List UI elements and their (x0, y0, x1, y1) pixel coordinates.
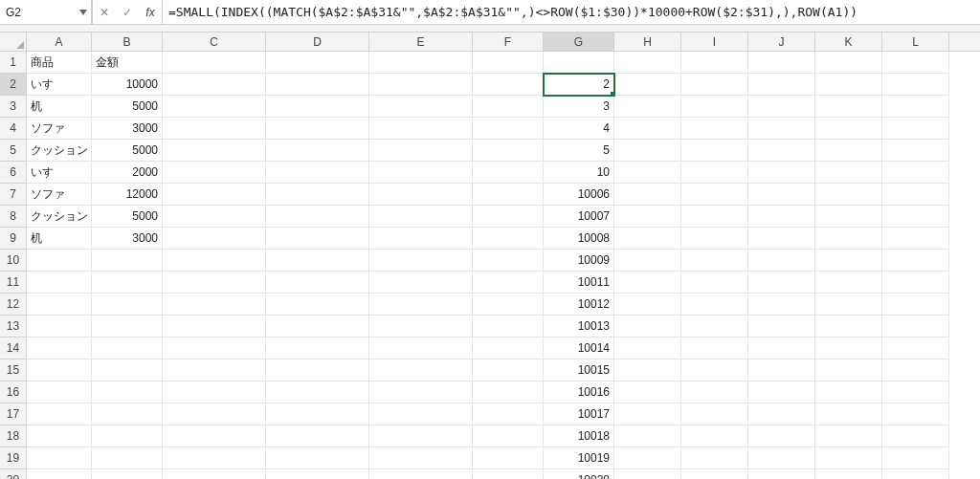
cell-J20[interactable] (748, 469, 815, 479)
cell-L9[interactable] (882, 228, 949, 250)
cell-F19[interactable] (473, 447, 544, 469)
cell-B15[interactable] (92, 359, 163, 381)
cell-B4[interactable]: 3000 (92, 118, 163, 140)
cell-L10[interactable] (882, 250, 949, 272)
cell-E12[interactable] (369, 294, 473, 316)
cell-H5[interactable] (614, 140, 681, 162)
cell-H9[interactable] (614, 228, 681, 250)
cell-B10[interactable] (92, 250, 163, 272)
row-header[interactable]: 11 (0, 272, 27, 294)
cell-L20[interactable] (882, 469, 949, 479)
cell-A15[interactable] (27, 359, 92, 381)
cell-I13[interactable] (681, 316, 748, 337)
row-header[interactable]: 15 (0, 359, 27, 381)
cell-J4[interactable] (748, 118, 815, 140)
col-header-E[interactable]: E (369, 33, 473, 51)
cell-L7[interactable] (882, 184, 949, 206)
cell-A17[interactable] (27, 403, 92, 425)
cell-G18[interactable]: 10018 (544, 425, 614, 447)
cell-C12[interactable] (163, 294, 266, 316)
cell-G5[interactable]: 5 (544, 140, 614, 162)
cell-A3[interactable]: 机 (27, 96, 92, 118)
cell-C3[interactable] (163, 96, 266, 118)
cell-G17[interactable]: 10017 (544, 403, 614, 425)
col-header-K[interactable]: K (815, 33, 882, 51)
cell-I1[interactable] (681, 52, 748, 74)
cell-I6[interactable] (681, 162, 748, 184)
cell-G9[interactable]: 10008 (544, 228, 614, 250)
cell-J7[interactable] (748, 184, 815, 206)
col-header-H[interactable]: H (614, 33, 681, 51)
cell-D6[interactable] (266, 162, 369, 184)
cell-H14[interactable] (614, 337, 681, 359)
cell-I14[interactable] (681, 337, 748, 359)
cell-J13[interactable] (748, 316, 815, 337)
cell-C16[interactable] (163, 381, 266, 403)
cell-D9[interactable] (266, 228, 369, 250)
cell-F9[interactable] (473, 228, 544, 250)
row-header[interactable]: 10 (0, 250, 27, 272)
cell-I8[interactable] (681, 206, 748, 228)
cell-B13[interactable] (92, 316, 163, 337)
cell-I11[interactable] (681, 272, 748, 294)
cell-A7[interactable]: ソファ (27, 184, 92, 206)
cell-K5[interactable] (815, 140, 882, 162)
cell-B12[interactable] (92, 294, 163, 316)
row-header[interactable]: 17 (0, 403, 27, 425)
cell-E7[interactable] (369, 184, 473, 206)
cell-K14[interactable] (815, 337, 882, 359)
cell-H12[interactable] (614, 294, 681, 316)
cell-L5[interactable] (882, 140, 949, 162)
cell-E5[interactable] (369, 140, 473, 162)
select-all-corner[interactable] (0, 33, 27, 51)
cell-F12[interactable] (473, 294, 544, 316)
cell-L16[interactable] (882, 381, 949, 403)
cell-A12[interactable] (27, 294, 92, 316)
enter-icon[interactable]: ✓ (116, 6, 139, 19)
cell-C11[interactable] (163, 272, 266, 294)
cell-I5[interactable] (681, 140, 748, 162)
cell-H15[interactable] (614, 359, 681, 381)
cell-B11[interactable] (92, 272, 163, 294)
cell-D5[interactable] (266, 140, 369, 162)
cell-K2[interactable] (815, 74, 882, 96)
cell-C13[interactable] (163, 316, 266, 337)
cell-D13[interactable] (266, 316, 369, 337)
row-header[interactable]: 5 (0, 140, 27, 162)
cell-A4[interactable]: ソファ (27, 118, 92, 140)
cell-H2[interactable] (614, 74, 681, 96)
cell-F4[interactable] (473, 118, 544, 140)
cell-D17[interactable] (266, 403, 369, 425)
cell-K3[interactable] (815, 96, 882, 118)
cell-C6[interactable] (163, 162, 266, 184)
cell-K9[interactable] (815, 228, 882, 250)
cell-A11[interactable] (27, 272, 92, 294)
cell-F17[interactable] (473, 403, 544, 425)
cell-F8[interactable] (473, 206, 544, 228)
cell-H17[interactable] (614, 403, 681, 425)
col-header-F[interactable]: F (473, 33, 544, 51)
cell-E18[interactable] (369, 425, 473, 447)
cell-I20[interactable] (681, 469, 748, 479)
cell-J19[interactable] (748, 447, 815, 469)
cell-K12[interactable] (815, 294, 882, 316)
cell-J17[interactable] (748, 403, 815, 425)
cell-G20[interactable]: 10020 (544, 469, 614, 479)
row-header[interactable]: 3 (0, 96, 27, 118)
name-box-dropdown-icon[interactable] (76, 10, 91, 15)
cell-D20[interactable] (266, 469, 369, 479)
cell-L14[interactable] (882, 337, 949, 359)
cell-B14[interactable] (92, 337, 163, 359)
cell-C20[interactable] (163, 469, 266, 479)
col-header-D[interactable]: D (266, 33, 369, 51)
cell-F15[interactable] (473, 359, 544, 381)
cell-K6[interactable] (815, 162, 882, 184)
cell-F20[interactable] (473, 469, 544, 479)
cell-C4[interactable] (163, 118, 266, 140)
cell-B16[interactable] (92, 381, 163, 403)
cell-E6[interactable] (369, 162, 473, 184)
cell-A16[interactable] (27, 381, 92, 403)
cell-J2[interactable] (748, 74, 815, 96)
cell-A19[interactable] (27, 447, 92, 469)
cell-A9[interactable]: 机 (27, 228, 92, 250)
